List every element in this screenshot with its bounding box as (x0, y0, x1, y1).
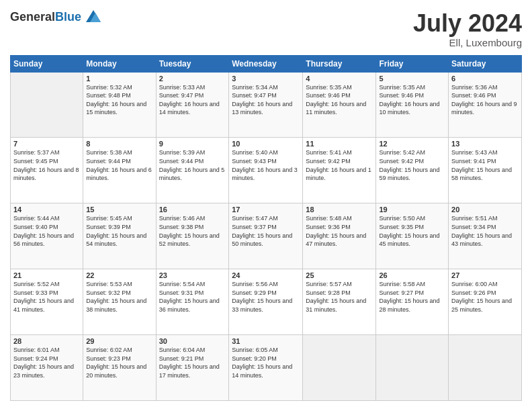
day-number: 30 (159, 337, 226, 345)
cell-w3-d5: 18Sunrise: 5:48 AMSunset: 9:36 PMDayligh… (303, 203, 376, 269)
cell-w5-d6 (376, 335, 449, 401)
day-info: Sunrise: 5:47 AMSunset: 9:37 PMDaylight:… (232, 214, 300, 248)
day-info: Sunrise: 6:04 AMSunset: 9:21 PMDaylight:… (159, 346, 226, 379)
cell-w1-d2: 1Sunrise: 5:32 AMSunset: 9:48 PMDaylight… (83, 72, 156, 138)
day-info: Sunrise: 5:35 AMSunset: 9:46 PMDaylight:… (306, 83, 373, 117)
day-info: Sunrise: 5:32 AMSunset: 9:48 PMDaylight:… (86, 83, 152, 117)
day-number: 15 (86, 205, 152, 214)
day-number: 1 (86, 75, 152, 83)
cell-w4-d7: 27Sunrise: 6:00 AMSunset: 9:26 PMDayligh… (449, 269, 522, 335)
day-number: 11 (306, 140, 373, 148)
cell-w5-d7 (449, 335, 522, 401)
day-number: 29 (86, 337, 152, 345)
cell-w3-d1: 14Sunrise: 5:44 AMSunset: 9:40 PMDayligh… (11, 203, 83, 269)
cell-w1-d1 (11, 72, 83, 138)
cell-w4-d1: 21Sunrise: 5:52 AMSunset: 9:33 PMDayligh… (11, 269, 83, 335)
day-number: 23 (159, 271, 226, 279)
day-number: 24 (232, 271, 300, 279)
day-number: 5 (379, 75, 445, 83)
day-info: Sunrise: 5:39 AMSunset: 9:44 PMDaylight:… (159, 148, 226, 182)
day-info: Sunrise: 5:38 AMSunset: 9:44 PMDaylight:… (86, 148, 152, 182)
header-tuesday: Tuesday (156, 55, 229, 72)
day-info: Sunrise: 5:56 AMSunset: 9:29 PMDaylight:… (232, 280, 300, 314)
day-info: Sunrise: 5:58 AMSunset: 9:27 PMDaylight:… (379, 280, 445, 314)
cell-w1-d7: 6Sunrise: 5:36 AMSunset: 9:46 PMDaylight… (449, 72, 522, 138)
day-number: 25 (306, 271, 373, 279)
day-number: 21 (13, 271, 80, 279)
header: GeneralBlue July 2024 Ell, Luxembourg (10, 10, 522, 48)
cell-w5-d1: 28Sunrise: 6:01 AMSunset: 9:24 PMDayligh… (11, 335, 83, 401)
page: GeneralBlue July 2024 Ell, Luxembourg Su… (0, 0, 532, 411)
day-info: Sunrise: 5:35 AMSunset: 9:46 PMDaylight:… (379, 83, 445, 117)
day-info: Sunrise: 5:57 AMSunset: 9:28 PMDaylight:… (306, 280, 373, 314)
logo: GeneralBlue (10, 10, 101, 26)
cell-w4-d4: 24Sunrise: 5:56 AMSunset: 9:29 PMDayligh… (229, 269, 303, 335)
cell-w1-d4: 3Sunrise: 5:34 AMSunset: 9:47 PMDaylight… (229, 72, 303, 138)
day-info: Sunrise: 5:34 AMSunset: 9:47 PMDaylight:… (232, 83, 300, 117)
day-number: 14 (13, 205, 80, 214)
cell-w2-d2: 8Sunrise: 5:38 AMSunset: 9:44 PMDaylight… (83, 138, 156, 203)
day-number: 22 (86, 271, 152, 279)
location: Ell, Luxembourg (413, 37, 522, 48)
day-number: 26 (379, 271, 445, 279)
cell-w2-d7: 13Sunrise: 5:43 AMSunset: 9:41 PMDayligh… (449, 138, 522, 203)
header-wednesday: Wednesday (229, 55, 303, 72)
week-row-5: 28Sunrise: 6:01 AMSunset: 9:24 PMDayligh… (11, 335, 522, 401)
day-info: Sunrise: 5:36 AMSunset: 9:46 PMDaylight:… (451, 83, 519, 117)
cell-w1-d6: 5Sunrise: 5:35 AMSunset: 9:46 PMDaylight… (376, 72, 449, 138)
cell-w5-d2: 29Sunrise: 6:02 AMSunset: 9:23 PMDayligh… (83, 335, 156, 401)
cell-w3-d7: 20Sunrise: 5:51 AMSunset: 9:34 PMDayligh… (449, 203, 522, 269)
day-number: 27 (451, 271, 519, 279)
week-row-2: 7Sunrise: 5:37 AMSunset: 9:45 PMDaylight… (11, 138, 522, 203)
cell-w4-d5: 25Sunrise: 5:57 AMSunset: 9:28 PMDayligh… (303, 269, 376, 335)
calendar-table: Sunday Monday Tuesday Wednesday Thursday… (10, 55, 522, 401)
cell-w1-d5: 4Sunrise: 5:35 AMSunset: 9:46 PMDaylight… (303, 72, 376, 138)
day-info: Sunrise: 6:01 AMSunset: 9:24 PMDaylight:… (13, 346, 80, 379)
day-info: Sunrise: 5:54 AMSunset: 9:31 PMDaylight:… (159, 280, 226, 314)
day-info: Sunrise: 5:53 AMSunset: 9:32 PMDaylight:… (86, 280, 152, 314)
day-number: 9 (159, 140, 226, 148)
title-block: July 2024 Ell, Luxembourg (413, 10, 522, 48)
cell-w2-d5: 11Sunrise: 5:41 AMSunset: 9:42 PMDayligh… (303, 138, 376, 203)
cell-w3-d6: 19Sunrise: 5:50 AMSunset: 9:35 PMDayligh… (376, 203, 449, 269)
day-number: 6 (451, 75, 519, 83)
day-info: Sunrise: 5:42 AMSunset: 9:42 PMDaylight:… (379, 148, 445, 182)
cell-w2-d3: 9Sunrise: 5:39 AMSunset: 9:44 PMDaylight… (156, 138, 229, 203)
logo-icon (86, 10, 101, 22)
cell-w5-d3: 30Sunrise: 6:04 AMSunset: 9:21 PMDayligh… (156, 335, 229, 401)
day-number: 20 (451, 205, 519, 214)
cell-w3-d2: 15Sunrise: 5:45 AMSunset: 9:39 PMDayligh… (83, 203, 156, 269)
cell-w4-d2: 22Sunrise: 5:53 AMSunset: 9:32 PMDayligh… (83, 269, 156, 335)
week-row-1: 1Sunrise: 5:32 AMSunset: 9:48 PMDaylight… (11, 72, 522, 138)
day-number: 17 (232, 205, 300, 214)
week-row-3: 14Sunrise: 5:44 AMSunset: 9:40 PMDayligh… (11, 203, 522, 269)
cell-w2-d6: 12Sunrise: 5:42 AMSunset: 9:42 PMDayligh… (376, 138, 449, 203)
day-info: Sunrise: 5:52 AMSunset: 9:33 PMDaylight:… (13, 280, 80, 314)
cell-w5-d5 (303, 335, 376, 401)
day-number: 18 (306, 205, 373, 214)
week-row-4: 21Sunrise: 5:52 AMSunset: 9:33 PMDayligh… (11, 269, 522, 335)
day-number: 4 (306, 75, 373, 83)
header-monday: Monday (83, 55, 156, 72)
day-number: 2 (159, 75, 226, 83)
day-info: Sunrise: 6:00 AMSunset: 9:26 PMDaylight:… (451, 280, 519, 314)
day-number: 13 (451, 140, 519, 148)
day-info: Sunrise: 5:46 AMSunset: 9:38 PMDaylight:… (159, 214, 226, 248)
logo-text-blue: Blue (55, 10, 81, 24)
logo-text-general: General (10, 10, 55, 24)
day-number: 12 (379, 140, 445, 148)
day-info: Sunrise: 5:40 AMSunset: 9:43 PMDaylight:… (232, 148, 300, 182)
day-info: Sunrise: 5:44 AMSunset: 9:40 PMDaylight:… (13, 214, 80, 248)
day-number: 19 (379, 205, 445, 214)
day-info: Sunrise: 5:50 AMSunset: 9:35 PMDaylight:… (379, 214, 445, 248)
cell-w5-d4: 31Sunrise: 6:05 AMSunset: 9:20 PMDayligh… (229, 335, 303, 401)
day-info: Sunrise: 5:48 AMSunset: 9:36 PMDaylight:… (306, 214, 373, 248)
header-saturday: Saturday (449, 55, 522, 72)
cell-w4-d6: 26Sunrise: 5:58 AMSunset: 9:27 PMDayligh… (376, 269, 449, 335)
cell-w2-d1: 7Sunrise: 5:37 AMSunset: 9:45 PMDaylight… (11, 138, 83, 203)
month-title: July 2024 (413, 10, 522, 37)
day-info: Sunrise: 6:05 AMSunset: 9:20 PMDaylight:… (232, 346, 300, 379)
day-info: Sunrise: 5:51 AMSunset: 9:34 PMDaylight:… (451, 214, 519, 248)
day-info: Sunrise: 5:45 AMSunset: 9:39 PMDaylight:… (86, 214, 152, 248)
day-info: Sunrise: 5:43 AMSunset: 9:41 PMDaylight:… (451, 148, 519, 182)
